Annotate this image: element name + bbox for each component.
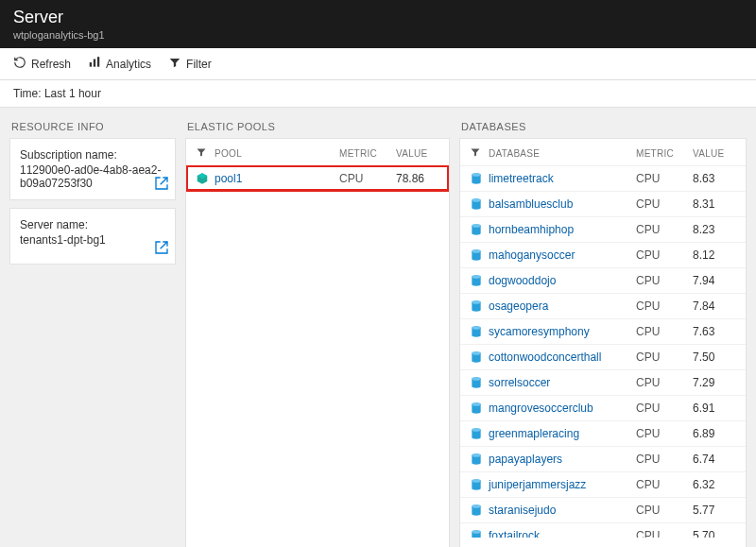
database-row[interactable]: foxtailrockCPU5.70 bbox=[460, 522, 746, 538]
database-metric: CPU bbox=[636, 299, 685, 313]
database-row[interactable]: cottonwoodconcerthallCPU7.50 bbox=[460, 344, 746, 369]
database-icon bbox=[470, 274, 483, 287]
database-icon bbox=[470, 248, 483, 262]
database-name: mangrovesoccerclub bbox=[489, 402, 593, 415]
page-subtitle: wtploganalytics-bg1 bbox=[13, 29, 743, 41]
pools-head-metric: METRIC bbox=[339, 148, 388, 159]
svg-point-12 bbox=[472, 249, 480, 253]
database-icon bbox=[470, 504, 483, 517]
filter-label: Filter bbox=[186, 58, 212, 71]
database-name: juniperjammersjazz bbox=[489, 478, 586, 491]
database-icon bbox=[470, 172, 483, 185]
svg-point-24 bbox=[472, 402, 480, 406]
database-value: 6.32 bbox=[693, 478, 736, 491]
svg-point-20 bbox=[472, 351, 480, 355]
database-row[interactable]: osageoperaCPU7.84 bbox=[460, 293, 746, 318]
databases-header-row: DATABASE METRIC VALUE bbox=[460, 139, 746, 165]
database-metric: CPU bbox=[636, 350, 685, 364]
database-name: sorrelsoccer bbox=[489, 376, 550, 389]
database-row[interactable]: dogwooddojoCPU7.94 bbox=[460, 267, 746, 293]
open-server-icon[interactable] bbox=[154, 240, 169, 258]
database-row[interactable]: staranisejudoCPU5.77 bbox=[460, 497, 746, 522]
pool-value: 78.86 bbox=[396, 172, 439, 185]
database-value: 8.12 bbox=[693, 248, 736, 262]
database-icon bbox=[470, 197, 483, 211]
database-row[interactable]: sorrelsoccerCPU7.29 bbox=[460, 369, 746, 395]
database-row[interactable]: greenmapleracingCPU6.89 bbox=[460, 420, 746, 446]
svg-point-30 bbox=[472, 479, 480, 483]
open-subscription-icon[interactable] bbox=[154, 176, 169, 194]
pool-row[interactable]: pool1CPU78.86 bbox=[186, 165, 449, 191]
database-row[interactable]: balsambluesclubCPU8.31 bbox=[460, 191, 746, 216]
analytics-icon bbox=[88, 56, 101, 72]
resource-info-column: RESOURCE INFO Subscription name: 112900e… bbox=[9, 117, 176, 272]
toolbar: Refresh Analytics Filter bbox=[0, 48, 756, 80]
databases-column: DATABASES DATABASE METRIC VALUE limetree… bbox=[459, 117, 747, 547]
databases-head-metric: METRIC bbox=[636, 148, 685, 159]
svg-point-6 bbox=[472, 173, 480, 177]
database-value: 7.50 bbox=[693, 350, 736, 364]
analytics-label: Analytics bbox=[106, 58, 151, 71]
database-row[interactable]: mahoganysoccerCPU8.12 bbox=[460, 242, 746, 267]
database-icon bbox=[470, 350, 483, 364]
pools-head-name: POOL bbox=[215, 148, 332, 159]
svg-point-32 bbox=[472, 504, 480, 508]
database-row[interactable]: papayaplayersCPU6.74 bbox=[460, 446, 746, 471]
subscription-value: 112900e0-ad0e-4ab8-aea2-b09a07253f30 bbox=[20, 163, 165, 190]
database-row[interactable]: sycamoresymphonyCPU7.63 bbox=[460, 318, 746, 344]
database-row[interactable]: mangrovesoccerclubCPU6.91 bbox=[460, 395, 746, 420]
page-title: Server bbox=[13, 8, 743, 27]
database-value: 6.91 bbox=[693, 402, 736, 415]
databases-title: DATABASES bbox=[459, 117, 747, 138]
server-card: Server name: tenants1-dpt-bg1 bbox=[9, 208, 176, 265]
database-row[interactable]: hornbeamhiphopCPU8.23 bbox=[460, 216, 746, 242]
filter-button[interactable]: Filter bbox=[168, 56, 212, 72]
database-value: 7.94 bbox=[693, 274, 736, 287]
resource-info-title: RESOURCE INFO bbox=[9, 117, 176, 138]
pool-name: pool1 bbox=[215, 172, 242, 185]
svg-point-14 bbox=[472, 275, 480, 279]
database-row[interactable]: juniperjammersjazzCPU6.32 bbox=[460, 471, 746, 497]
database-icon bbox=[470, 478, 483, 491]
svg-point-8 bbox=[472, 198, 480, 202]
database-filter-icon[interactable] bbox=[470, 146, 481, 160]
database-name: papayaplayers bbox=[489, 453, 562, 466]
databases-panel: DATABASE METRIC VALUE limetreetrackCPU8.… bbox=[459, 138, 747, 547]
database-row[interactable]: limetreetrackCPU8.63 bbox=[460, 165, 746, 191]
database-icon bbox=[470, 529, 483, 538]
svg-point-16 bbox=[472, 300, 480, 304]
database-value: 8.23 bbox=[693, 223, 736, 236]
database-metric: CPU bbox=[636, 504, 685, 517]
elastic-pools-title: ELASTIC POOLS bbox=[185, 117, 450, 138]
database-value: 7.84 bbox=[693, 299, 736, 313]
svg-point-18 bbox=[472, 326, 480, 330]
svg-rect-0 bbox=[90, 62, 92, 67]
refresh-button[interactable]: Refresh bbox=[13, 56, 71, 72]
database-value: 5.70 bbox=[693, 529, 736, 538]
database-metric: CPU bbox=[636, 197, 685, 211]
database-name: cottonwoodconcerthall bbox=[489, 350, 601, 364]
database-name: greenmapleracing bbox=[489, 427, 579, 440]
database-value: 7.63 bbox=[693, 325, 736, 338]
pools-pager: ‹ 1 of 1 › bbox=[186, 538, 449, 547]
database-value: 7.29 bbox=[693, 376, 736, 389]
svg-point-10 bbox=[472, 224, 480, 228]
database-value: 6.74 bbox=[693, 453, 736, 466]
database-metric: CPU bbox=[636, 248, 685, 262]
pools-body: pool1CPU78.86 bbox=[186, 165, 449, 538]
analytics-button[interactable]: Analytics bbox=[88, 56, 151, 72]
databases-head-value: VALUE bbox=[693, 148, 736, 159]
pool-filter-icon[interactable] bbox=[196, 146, 207, 160]
database-value: 6.89 bbox=[693, 427, 736, 440]
database-name: sycamoresymphony bbox=[489, 325, 590, 338]
database-metric: CPU bbox=[636, 172, 685, 185]
elastic-pools-column: ELASTIC POOLS POOL METRIC VALUE pool1CPU… bbox=[185, 117, 450, 547]
main-content: RESOURCE INFO Subscription name: 112900e… bbox=[0, 108, 756, 547]
database-metric: CPU bbox=[636, 453, 685, 466]
svg-point-34 bbox=[472, 530, 480, 534]
header: Server wtploganalytics-bg1 bbox=[0, 0, 756, 48]
pools-head-value: VALUE bbox=[396, 148, 439, 159]
time-range-bar[interactable]: Time: Last 1 hour bbox=[0, 80, 756, 108]
database-name: hornbeamhiphop bbox=[489, 223, 574, 236]
database-icon bbox=[470, 427, 483, 440]
